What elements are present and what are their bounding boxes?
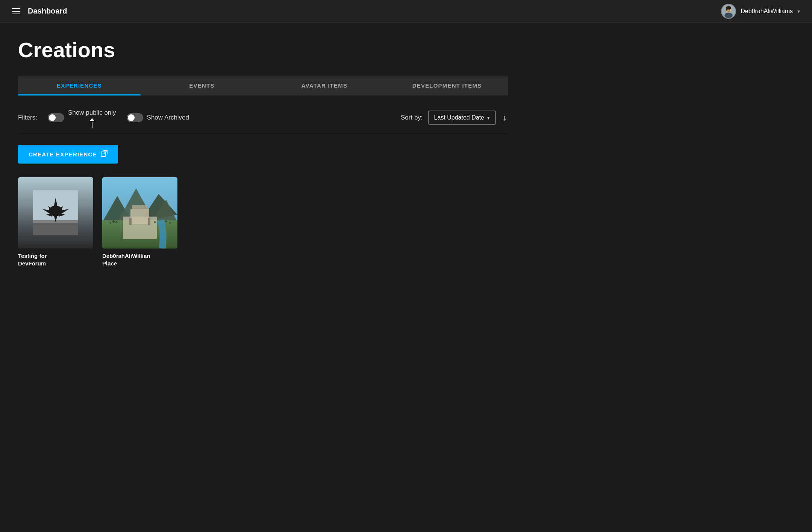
create-experience-button[interactable]: CREATE EXPERIENCE	[18, 145, 118, 164]
sort-label: Sort by:	[401, 114, 423, 121]
nav-left: Dashboard	[12, 7, 67, 15]
filters-label: Filters:	[18, 114, 37, 121]
filters-row: Filters: Show public only	[18, 109, 508, 126]
experience-name-0: Testing for DevForum	[18, 252, 93, 267]
svg-rect-4	[726, 8, 727, 10]
hamburger-menu[interactable]	[12, 8, 20, 14]
toggle-thumb-archived	[128, 114, 135, 121]
thumbnail-abstract	[18, 177, 93, 249]
show-public-filter: Show public only	[48, 109, 116, 126]
svg-point-6	[729, 9, 730, 10]
experience-card-1[interactable]: Deb0rahAliWillian Place	[102, 177, 177, 267]
svg-point-35	[169, 222, 171, 224]
tab-experiences[interactable]: EXPERIENCES	[18, 76, 141, 95]
user-dropdown-arrow[interactable]: ▾	[797, 8, 800, 14]
svg-point-5	[727, 9, 728, 10]
top-navigation: Dashboard Deb0rahAliWilliams ▾	[0, 0, 812, 23]
svg-point-33	[165, 221, 167, 223]
experience-card-0[interactable]: Testing for DevForum	[18, 177, 93, 267]
toggle-track	[48, 113, 64, 122]
divider	[18, 134, 508, 134]
arrow-head	[90, 118, 94, 121]
tab-development-items[interactable]: DEVELOPMENT ITEMS	[386, 76, 508, 95]
show-public-label: Show public only	[68, 109, 116, 117]
username-label: Deb0rahAliWilliams	[741, 8, 793, 15]
tab-events[interactable]: EVENTS	[141, 76, 263, 95]
sort-select-dropdown[interactable]: Last Updated Date ▾	[428, 111, 496, 125]
thumbnail-landscape	[102, 177, 177, 249]
arrow-line	[92, 122, 92, 128]
svg-point-31	[112, 220, 115, 223]
create-experience-label: CREATE EXPERIENCE	[29, 151, 97, 158]
experience-thumbnail-1	[102, 177, 177, 249]
sort-selected-value: Last Updated Date	[434, 114, 484, 121]
svg-rect-30	[148, 218, 150, 225]
svg-point-34	[110, 222, 111, 224]
experiences-grid: Testing for DevForum	[18, 177, 508, 267]
main-content: Creations EXPERIENCES EVENTS AVATAR ITEM…	[0, 23, 526, 282]
svg-rect-28	[132, 205, 147, 211]
avatar	[721, 4, 736, 19]
toggle-track-archived	[127, 113, 143, 122]
page-title: Creations	[18, 38, 508, 62]
user-menu[interactable]: Deb0rahAliWilliams ▾	[721, 4, 800, 19]
show-archived-toggle[interactable]	[127, 113, 143, 122]
svg-rect-27	[130, 209, 149, 224]
nav-title: Dashboard	[28, 7, 67, 15]
show-archived-label: Show Archived	[147, 114, 189, 121]
experience-name-1: Deb0rahAliWillian Place	[102, 252, 177, 267]
sort-direction-button[interactable]: ↓	[501, 111, 508, 124]
show-archived-filter: Show Archived	[127, 113, 189, 122]
toggle-thumb	[49, 114, 56, 121]
external-link-icon	[101, 150, 108, 158]
sort-controls: Sort by: Last Updated Date ▾ ↓	[401, 111, 508, 125]
tab-avatar-items[interactable]: AVATAR ITEMS	[263, 76, 386, 95]
show-public-toggle[interactable]	[48, 113, 64, 122]
sort-chevron-icon: ▾	[487, 115, 490, 121]
filters-left: Filters: Show public only	[18, 109, 189, 126]
svg-rect-29	[129, 218, 132, 225]
tooltip-arrow	[90, 118, 94, 128]
tabs-bar: EXPERIENCES EVENTS AVATAR ITEMS DEVELOPM…	[18, 76, 508, 95]
svg-point-1	[724, 12, 733, 18]
experience-thumbnail-0	[18, 177, 93, 249]
svg-point-36	[154, 221, 156, 223]
svg-point-32	[116, 221, 118, 223]
